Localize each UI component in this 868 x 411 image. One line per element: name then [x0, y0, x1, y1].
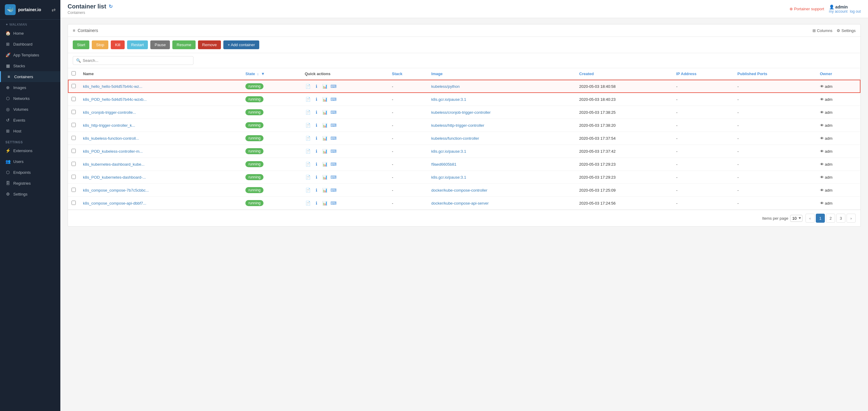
image-link[interactable]: kubeless/python: [431, 84, 460, 89]
container-name-link[interactable]: k8s_POD_hello-5d4d57b44c-wzxb...: [83, 97, 147, 102]
col-header-image[interactable]: Image: [428, 68, 576, 80]
sidebar-item-containers[interactable]: ≡ Containers: [0, 71, 60, 82]
columns-toggle[interactable]: ⊞ Columns: [812, 28, 832, 33]
page-3-button[interactable]: 3: [836, 214, 845, 223]
image-link[interactable]: kubeless/function-controller: [431, 136, 479, 140]
sidebar-item-stacks[interactable]: ▦ Stacks: [0, 60, 60, 71]
logs-icon[interactable]: 📄: [305, 148, 311, 155]
exec-icon[interactable]: ⌨: [330, 148, 337, 155]
search-input[interactable]: [83, 58, 190, 63]
container-name-link[interactable]: k8s_hello_hello-5d4d57b44c-wz...: [83, 84, 143, 89]
image-link[interactable]: kubeless/cronjob-trigger-controller: [431, 110, 491, 115]
col-header-owner[interactable]: Owner: [816, 68, 861, 80]
col-header-published-ports[interactable]: Published Ports: [734, 68, 816, 80]
pause-button[interactable]: Pause: [150, 40, 170, 49]
refresh-icon[interactable]: ↻: [108, 4, 113, 9]
stats-icon[interactable]: 📊: [322, 109, 329, 116]
stats-icon[interactable]: 📊: [322, 161, 329, 167]
next-page-button[interactable]: ›: [846, 214, 856, 223]
sidebar-item-app-templates[interactable]: 🚀 App Templates: [0, 50, 60, 60]
logs-icon[interactable]: 📄: [305, 161, 311, 167]
stats-icon[interactable]: 📊: [322, 187, 329, 193]
inspect-icon[interactable]: ℹ: [313, 135, 320, 141]
container-name-link[interactable]: k8s_POD_kubernetes-dashboard-...: [83, 175, 146, 180]
sidebar-item-extensions[interactable]: ⚡ Extensions: [0, 145, 60, 156]
image-link[interactable]: k8s.gcr.io/pause:3.1: [431, 149, 466, 154]
col-header-ip[interactable]: IP Address: [673, 68, 734, 80]
exec-icon[interactable]: ⌨: [330, 174, 337, 181]
page-2-button[interactable]: 2: [826, 214, 835, 223]
stats-icon[interactable]: 📊: [322, 96, 329, 103]
sidebar-item-registries[interactable]: 🗄 Registries: [0, 178, 60, 189]
container-name-link[interactable]: k8s_POD_kubeless-controller-m...: [83, 149, 143, 154]
stats-icon[interactable]: 📊: [322, 135, 329, 141]
stats-icon[interactable]: 📊: [322, 122, 329, 129]
logs-icon[interactable]: 📄: [305, 187, 311, 193]
select-all-checkbox[interactable]: [71, 71, 76, 75]
restart-button[interactable]: Restart: [127, 40, 148, 49]
col-header-created[interactable]: Created: [576, 68, 673, 80]
row-checkbox[interactable]: [71, 123, 76, 127]
inspect-icon[interactable]: ℹ: [313, 161, 320, 167]
exec-icon[interactable]: ⌨: [330, 187, 337, 193]
image-link[interactable]: docker/kube-compose-api-server: [431, 201, 489, 205]
row-checkbox[interactable]: [71, 188, 76, 192]
sidebar-item-images[interactable]: ⊕ Images: [0, 82, 60, 93]
exec-icon[interactable]: ⌨: [330, 122, 337, 129]
sidebar-item-endpoints[interactable]: ⬡ Endpoints: [0, 167, 60, 178]
page-1-button[interactable]: 1: [816, 214, 825, 223]
row-checkbox[interactable]: [71, 162, 76, 166]
exec-icon[interactable]: ⌨: [330, 135, 337, 141]
stats-icon[interactable]: 📊: [322, 148, 329, 155]
settings-toggle[interactable]: ⚙ Settings: [837, 28, 856, 33]
sidebar-item-host[interactable]: ⊞ Host: [0, 126, 60, 136]
remove-button[interactable]: Remove: [198, 40, 221, 49]
inspect-icon[interactable]: ℹ: [313, 122, 320, 129]
container-name-link[interactable]: k8s_compose_compose-7b7c5cbbc...: [83, 188, 149, 192]
image-link[interactable]: docker/kube-compose-controller: [431, 188, 488, 192]
row-checkbox[interactable]: [71, 149, 76, 153]
logs-icon[interactable]: 📄: [305, 174, 311, 181]
container-name-link[interactable]: k8s_compose_compose-api-dbbf7...: [83, 201, 146, 205]
inspect-icon[interactable]: ℹ: [313, 187, 320, 193]
container-name-link[interactable]: k8s_kubeless-function-controll...: [83, 136, 139, 140]
inspect-icon[interactable]: ℹ: [313, 174, 320, 181]
sidebar-item-settings[interactable]: ⚙ Settings: [0, 189, 60, 199]
sidebar-item-dashboard[interactable]: ⊞ Dashboard: [0, 39, 60, 50]
col-header-stack[interactable]: Stack: [389, 68, 428, 80]
sidebar-item-volumes[interactable]: ◎ Volumes: [0, 104, 60, 115]
sidebar-item-home[interactable]: 🏠 Home: [0, 28, 60, 39]
add-container-button[interactable]: + Add container: [223, 40, 259, 49]
portainer-support-link[interactable]: ⊗ Portainer support: [789, 7, 824, 11]
sidebar-item-networks[interactable]: ⬡ Networks: [0, 93, 60, 104]
inspect-icon[interactable]: ℹ: [313, 200, 320, 207]
kill-button[interactable]: Kill: [111, 40, 124, 49]
row-checkbox[interactable]: [71, 175, 76, 179]
logs-icon[interactable]: 📄: [305, 96, 311, 103]
logs-icon[interactable]: 📄: [305, 200, 311, 207]
exec-icon[interactable]: ⌨: [330, 109, 337, 116]
image-link[interactable]: k8s.gcr.io/pause:3.1: [431, 175, 466, 180]
col-header-state[interactable]: State ↕ ▼: [242, 68, 301, 80]
row-checkbox[interactable]: [71, 97, 76, 101]
exec-icon[interactable]: ⌨: [330, 96, 337, 103]
stats-icon[interactable]: 📊: [322, 174, 329, 181]
container-name-link[interactable]: k8s_kubernetes-dashboard_kube...: [83, 162, 145, 166]
exec-icon[interactable]: ⌨: [330, 200, 337, 207]
logs-icon[interactable]: 📄: [305, 83, 311, 90]
exec-icon[interactable]: ⌨: [330, 161, 337, 167]
prev-page-button[interactable]: ‹: [806, 214, 814, 223]
logs-icon[interactable]: 📄: [305, 122, 311, 129]
sidebar-item-events[interactable]: ↺ Events: [0, 115, 60, 126]
log-out-link[interactable]: log out: [850, 9, 861, 13]
logs-icon[interactable]: 📄: [305, 135, 311, 141]
image-link[interactable]: kubeless/http-trigger-controller: [431, 123, 485, 128]
my-account-link[interactable]: my account: [829, 9, 847, 13]
row-checkbox[interactable]: [71, 136, 76, 140]
row-checkbox[interactable]: [71, 201, 76, 205]
container-name-link[interactable]: k8s_http-trigger-controller_k...: [83, 123, 135, 128]
state-filter-icon[interactable]: ▼: [261, 71, 265, 76]
container-name-link[interactable]: k8s_cronjob-trigger-controlle...: [83, 110, 136, 115]
inspect-icon[interactable]: ℹ: [313, 148, 320, 155]
stats-icon[interactable]: 📊: [322, 200, 329, 207]
